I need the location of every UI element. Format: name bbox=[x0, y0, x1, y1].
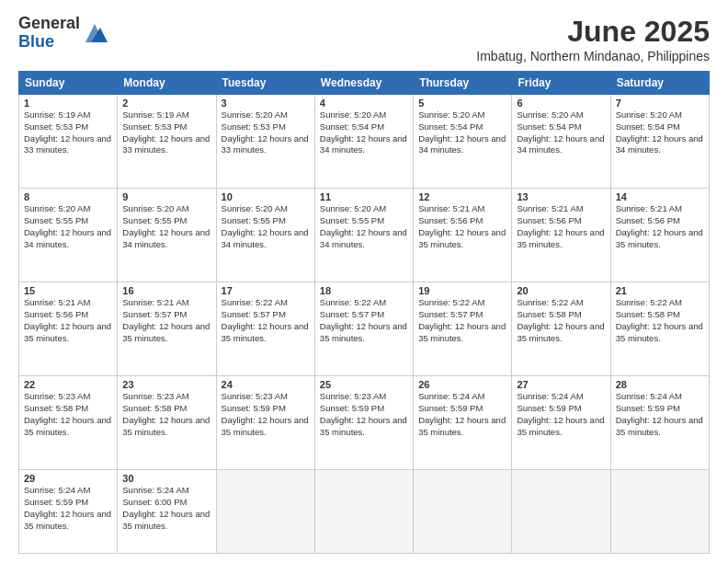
cell-content: Sunrise: 5:24 AMSunset: 5:59 PMDaylight:… bbox=[517, 391, 605, 438]
table-row: 30Sunrise: 5:24 AMSunset: 6:00 PMDayligh… bbox=[118, 470, 216, 554]
cell-content: Sunrise: 5:20 AMSunset: 5:54 PMDaylight:… bbox=[418, 109, 506, 156]
table-row: 9Sunrise: 5:20 AMSunset: 5:55 PMDaylight… bbox=[118, 189, 216, 282]
cell-content: Sunrise: 5:22 AMSunset: 5:57 PMDaylight:… bbox=[222, 297, 310, 344]
day-number: 27 bbox=[517, 379, 605, 390]
day-number: 13 bbox=[517, 191, 605, 202]
table-row: 23Sunrise: 5:23 AMSunset: 5:58 PMDayligh… bbox=[118, 376, 216, 470]
logo-text: General Blue bbox=[18, 15, 80, 52]
day-number: 5 bbox=[418, 98, 506, 109]
logo: General Blue bbox=[18, 15, 108, 52]
cell-content: Sunrise: 5:23 AMSunset: 5:58 PMDaylight:… bbox=[24, 391, 112, 438]
table-row: 26Sunrise: 5:24 AMSunset: 5:59 PMDayligh… bbox=[414, 376, 512, 470]
logo-blue: Blue bbox=[18, 33, 80, 52]
header-tuesday: Tuesday bbox=[216, 72, 314, 95]
table-row: 1Sunrise: 5:19 AMSunset: 5:53 PMDaylight… bbox=[19, 95, 118, 189]
day-number: 26 bbox=[418, 379, 506, 390]
table-row: 19Sunrise: 5:22 AMSunset: 5:57 PMDayligh… bbox=[414, 282, 512, 376]
cell-content: Sunrise: 5:24 AMSunset: 5:59 PMDaylight:… bbox=[418, 391, 506, 438]
title-section: June 2025 Imbatug, Northern Mindanao, Ph… bbox=[476, 15, 710, 63]
day-number: 12 bbox=[418, 191, 506, 202]
table-row: 2Sunrise: 5:19 AMSunset: 5:53 PMDaylight… bbox=[118, 95, 216, 189]
cell-content: Sunrise: 5:19 AMSunset: 5:53 PMDaylight:… bbox=[24, 109, 112, 156]
day-number: 8 bbox=[24, 191, 112, 202]
table-row: 24Sunrise: 5:23 AMSunset: 5:59 PMDayligh… bbox=[216, 376, 314, 470]
day-number: 6 bbox=[517, 98, 605, 109]
header-friday: Friday bbox=[512, 72, 610, 95]
table-row: 7Sunrise: 5:20 AMSunset: 5:54 PMDaylight… bbox=[610, 95, 709, 189]
day-number: 17 bbox=[222, 285, 310, 296]
table-row: 21Sunrise: 5:22 AMSunset: 5:58 PMDayligh… bbox=[610, 282, 709, 376]
table-row: 8Sunrise: 5:20 AMSunset: 5:55 PMDaylight… bbox=[19, 189, 118, 282]
cell-content: Sunrise: 5:20 AMSunset: 5:55 PMDaylight:… bbox=[222, 203, 310, 250]
day-number: 20 bbox=[517, 285, 605, 296]
day-number: 9 bbox=[122, 191, 210, 202]
table-row: 13Sunrise: 5:21 AMSunset: 5:56 PMDayligh… bbox=[512, 189, 610, 282]
table-row: 6Sunrise: 5:20 AMSunset: 5:54 PMDaylight… bbox=[512, 95, 610, 189]
table-row: 4Sunrise: 5:20 AMSunset: 5:54 PMDaylight… bbox=[314, 95, 413, 189]
cell-content: Sunrise: 5:23 AMSunset: 5:58 PMDaylight:… bbox=[122, 391, 210, 438]
day-number: 25 bbox=[320, 379, 408, 390]
cell-content: Sunrise: 5:20 AMSunset: 5:55 PMDaylight:… bbox=[24, 203, 112, 250]
day-number: 4 bbox=[320, 98, 408, 109]
day-number: 23 bbox=[122, 379, 210, 390]
cell-content: Sunrise: 5:20 AMSunset: 5:55 PMDaylight:… bbox=[320, 203, 408, 250]
cell-content: Sunrise: 5:20 AMSunset: 5:54 PMDaylight:… bbox=[517, 109, 605, 156]
table-row: 25Sunrise: 5:23 AMSunset: 5:59 PMDayligh… bbox=[314, 376, 413, 470]
cell-content: Sunrise: 5:22 AMSunset: 5:57 PMDaylight:… bbox=[418, 297, 506, 344]
logo-general: General bbox=[18, 15, 80, 33]
table-row bbox=[414, 470, 512, 554]
day-number: 11 bbox=[320, 191, 408, 202]
cell-content: Sunrise: 5:20 AMSunset: 5:54 PMDaylight:… bbox=[616, 109, 704, 156]
cell-content: Sunrise: 5:21 AMSunset: 5:56 PMDaylight:… bbox=[616, 203, 704, 250]
cell-content: Sunrise: 5:22 AMSunset: 5:57 PMDaylight:… bbox=[320, 297, 408, 344]
cell-content: Sunrise: 5:21 AMSunset: 5:56 PMDaylight:… bbox=[517, 203, 605, 250]
day-number: 30 bbox=[122, 473, 210, 484]
header-thursday: Thursday bbox=[414, 72, 512, 95]
cell-content: Sunrise: 5:24 AMSunset: 6:00 PMDaylight:… bbox=[122, 485, 210, 532]
day-number: 7 bbox=[616, 98, 704, 109]
table-row bbox=[610, 470, 709, 554]
cell-content: Sunrise: 5:22 AMSunset: 5:58 PMDaylight:… bbox=[517, 297, 605, 344]
day-number: 19 bbox=[418, 285, 506, 296]
table-row: 17Sunrise: 5:22 AMSunset: 5:57 PMDayligh… bbox=[216, 282, 314, 376]
cell-content: Sunrise: 5:21 AMSunset: 5:56 PMDaylight:… bbox=[24, 297, 112, 344]
cell-content: Sunrise: 5:24 AMSunset: 5:59 PMDaylight:… bbox=[616, 391, 704, 438]
day-number: 16 bbox=[122, 285, 210, 296]
day-number: 10 bbox=[222, 191, 310, 202]
day-number: 21 bbox=[616, 285, 704, 296]
table-row: 11Sunrise: 5:20 AMSunset: 5:55 PMDayligh… bbox=[314, 189, 413, 282]
table-row: 28Sunrise: 5:24 AMSunset: 5:59 PMDayligh… bbox=[610, 376, 709, 470]
header-sunday: Sunday bbox=[19, 72, 118, 95]
table-row: 3Sunrise: 5:20 AMSunset: 5:53 PMDaylight… bbox=[216, 95, 314, 189]
logo-icon bbox=[82, 20, 108, 46]
cell-content: Sunrise: 5:20 AMSunset: 5:54 PMDaylight:… bbox=[320, 109, 408, 156]
header-wednesday: Wednesday bbox=[314, 72, 413, 95]
cell-content: Sunrise: 5:23 AMSunset: 5:59 PMDaylight:… bbox=[320, 391, 408, 438]
table-row: 15Sunrise: 5:21 AMSunset: 5:56 PMDayligh… bbox=[19, 282, 118, 376]
cell-content: Sunrise: 5:24 AMSunset: 5:59 PMDaylight:… bbox=[24, 485, 112, 532]
table-row: 12Sunrise: 5:21 AMSunset: 5:56 PMDayligh… bbox=[414, 189, 512, 282]
cell-content: Sunrise: 5:21 AMSunset: 5:57 PMDaylight:… bbox=[122, 297, 210, 344]
cell-content: Sunrise: 5:22 AMSunset: 5:58 PMDaylight:… bbox=[616, 297, 704, 344]
day-number: 3 bbox=[222, 98, 310, 109]
header: General Blue June 2025 Imbatug, Northern… bbox=[18, 15, 710, 63]
cell-content: Sunrise: 5:20 AMSunset: 5:53 PMDaylight:… bbox=[222, 109, 310, 156]
day-number: 24 bbox=[222, 379, 310, 390]
location: Imbatug, Northern Mindanao, Philippines bbox=[476, 49, 710, 63]
calendar-table: Sunday Monday Tuesday Wednesday Thursday… bbox=[18, 71, 710, 554]
cell-content: Sunrise: 5:20 AMSunset: 5:55 PMDaylight:… bbox=[122, 203, 210, 250]
day-number: 14 bbox=[616, 191, 704, 202]
cell-content: Sunrise: 5:23 AMSunset: 5:59 PMDaylight:… bbox=[222, 391, 310, 438]
day-number: 28 bbox=[616, 379, 704, 390]
header-monday: Monday bbox=[118, 72, 216, 95]
day-number: 18 bbox=[320, 285, 408, 296]
day-number: 1 bbox=[24, 98, 112, 109]
calendar-page: General Blue June 2025 Imbatug, Northern… bbox=[0, 0, 728, 563]
cell-content: Sunrise: 5:19 AMSunset: 5:53 PMDaylight:… bbox=[122, 109, 210, 156]
table-row: 16Sunrise: 5:21 AMSunset: 5:57 PMDayligh… bbox=[118, 282, 216, 376]
day-number: 22 bbox=[24, 379, 112, 390]
cell-content: Sunrise: 5:21 AMSunset: 5:56 PMDaylight:… bbox=[418, 203, 506, 250]
day-number: 29 bbox=[24, 473, 112, 484]
table-row bbox=[216, 470, 314, 554]
table-row: 18Sunrise: 5:22 AMSunset: 5:57 PMDayligh… bbox=[314, 282, 413, 376]
